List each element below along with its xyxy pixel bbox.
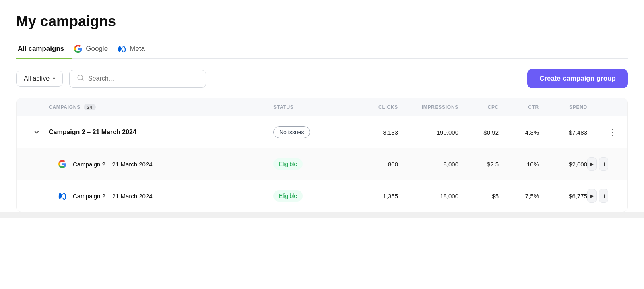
- more-options-button-1[interactable]: ⋮: [606, 125, 619, 139]
- tab-google-label: Google: [86, 45, 108, 53]
- pause-button-3[interactable]: ⏸: [599, 189, 608, 203]
- tabs-row: All campaigns Google Meta: [16, 40, 628, 59]
- ctr-cell-3: 7,5%: [499, 193, 539, 200]
- status-cell-1: No issues: [273, 126, 346, 138]
- search-box: [69, 70, 206, 88]
- clicks-cell-1: 8,133: [346, 129, 398, 136]
- google-icon: [74, 44, 83, 53]
- clicks-column-header: CLICKS: [346, 104, 398, 110]
- play-button-3[interactable]: ▶: [587, 189, 597, 203]
- status-column-header: STATUS: [273, 104, 346, 110]
- campaign-name-2: Campaign 2 – 21 March 2024: [73, 161, 153, 168]
- campaigns-column-header: CAMPAIGNS 24: [49, 104, 273, 110]
- more-options-button-2[interactable]: ⋮: [611, 157, 619, 171]
- meta-icon: [118, 44, 126, 53]
- page-title: My campaigns: [16, 13, 628, 30]
- tab-google[interactable]: Google: [72, 40, 116, 59]
- search-input[interactable]: [88, 75, 198, 82]
- filter-label: All active: [24, 75, 50, 82]
- spend-cell-1: $7,483: [539, 129, 587, 136]
- status-badge-eligible-3: Eligible: [273, 190, 303, 202]
- ctr-cell-1: 4,3%: [499, 129, 539, 136]
- campaign-name-3: Campaign 2 – 21 March 2024: [73, 193, 153, 200]
- spend-cell-2: $2,000: [539, 161, 587, 168]
- cpc-column-header: CPC: [458, 104, 499, 110]
- impressions-column-header: IMPRESSIONS: [398, 104, 458, 110]
- table-row: Campaign 2 – 21 March 2024 Eligible 1,35…: [17, 180, 627, 212]
- tab-meta-label: Meta: [130, 45, 145, 53]
- campaigns-table: CAMPAIGNS 24 STATUS CLICKS IMPRESSIONS C…: [16, 98, 628, 212]
- bottom-bar: [0, 212, 644, 218]
- impressions-cell-2: 8,000: [398, 161, 458, 168]
- campaign-row-group-3: Campaign 2 – 21 March 2024 Eligible 1,35…: [17, 180, 627, 212]
- spend-cell-3: $6,775: [539, 193, 587, 200]
- filter-dropdown[interactable]: All active ▾: [16, 71, 63, 87]
- create-campaign-group-button[interactable]: Create campaign group: [527, 69, 628, 88]
- tab-all-campaigns-label: All campaigns: [18, 45, 64, 53]
- cpc-cell-2: $2.5: [458, 161, 499, 168]
- table-row: Campaign 2 – 21 March 2024 Eligible 800 …: [17, 148, 627, 180]
- table-header: CAMPAIGNS 24 STATUS CLICKS IMPRESSIONS C…: [17, 98, 627, 116]
- campaign-row-group-2: Campaign 2 – 21 March 2024 Eligible 800 …: [17, 148, 627, 180]
- svg-line-1: [82, 79, 83, 80]
- status-badge-no-issues: No issues: [273, 126, 310, 138]
- status-cell-3: Eligible: [273, 190, 346, 202]
- campaign-name-wrap-3: Campaign 2 – 21 March 2024: [49, 190, 273, 202]
- campaign-row-group-1: Campaign 2 – 21 March 2024 No issues 8,1…: [17, 116, 627, 148]
- more-options-button-3[interactable]: ⋮: [611, 189, 619, 203]
- campaign-name-wrap-2: Campaign 2 – 21 March 2024: [49, 158, 273, 170]
- ctr-cell-2: 10%: [499, 161, 539, 168]
- impressions-cell-3: 18,000: [398, 193, 458, 200]
- tab-all-campaigns[interactable]: All campaigns: [16, 40, 72, 59]
- search-icon: [77, 74, 84, 83]
- expand-button[interactable]: [25, 129, 49, 136]
- cpc-cell-1: $0.92: [458, 129, 499, 136]
- clicks-cell-2: 800: [346, 161, 398, 168]
- actions-cell-3: ▶ ⏸ ⋮: [587, 189, 619, 203]
- status-cell-2: Eligible: [273, 158, 346, 170]
- impressions-cell-1: 190,000: [398, 129, 458, 136]
- chevron-down-icon: ▾: [53, 76, 55, 81]
- campaigns-count-badge: 24: [84, 104, 96, 110]
- actions-cell-1: ⋮: [587, 125, 619, 139]
- actions-cell-2: ▶ ⏸ ⋮: [587, 157, 619, 171]
- google-platform-icon: [57, 158, 68, 170]
- status-badge-eligible-2: Eligible: [273, 158, 303, 170]
- campaign-name-1: Campaign 2 – 21 March 2024: [49, 129, 273, 136]
- toolbar: All active ▾ Create campaign group: [16, 69, 628, 88]
- clicks-cell-3: 1,355: [346, 193, 398, 200]
- play-button-2[interactable]: ▶: [587, 157, 597, 171]
- spend-column-header: SPEND: [539, 104, 587, 110]
- table-row: Campaign 2 – 21 March 2024 No issues 8,1…: [17, 116, 627, 148]
- ctr-column-header: CTR: [499, 104, 539, 110]
- cpc-cell-3: $5: [458, 193, 499, 200]
- pause-button-2[interactable]: ⏸: [599, 157, 608, 171]
- meta-platform-icon: [57, 190, 68, 202]
- tab-meta[interactable]: Meta: [116, 40, 153, 59]
